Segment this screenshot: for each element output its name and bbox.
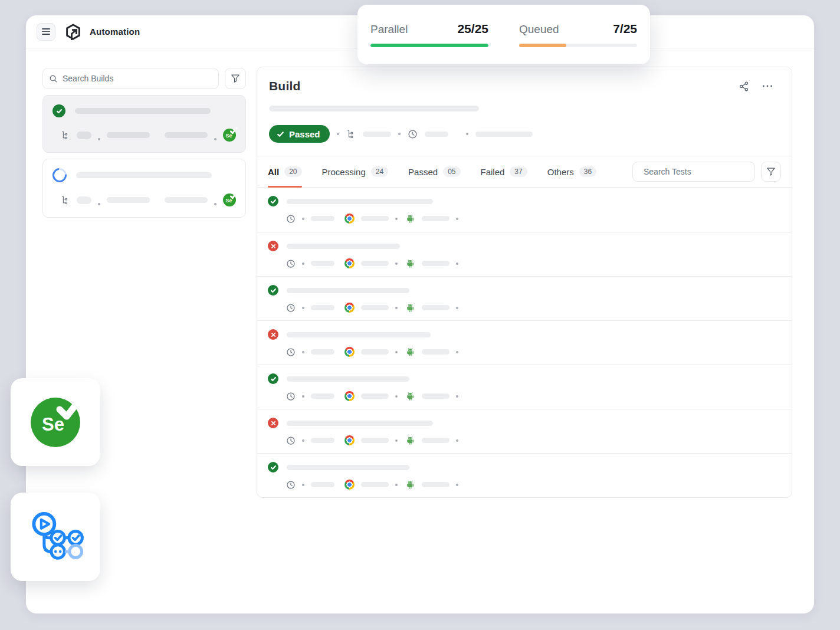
meta-skeleton bbox=[422, 482, 449, 487]
failed-x-icon bbox=[268, 418, 278, 428]
parallel-progress-fill bbox=[370, 44, 488, 47]
more-options-button[interactable] bbox=[762, 84, 773, 88]
separator-dot bbox=[395, 218, 398, 220]
test-row[interactable] bbox=[257, 365, 792, 409]
test-row[interactable] bbox=[257, 409, 792, 453]
selenium-badge: Se bbox=[223, 129, 236, 142]
meta-skeleton bbox=[77, 132, 91, 139]
meta-skeleton bbox=[361, 349, 389, 355]
tab-count-badge: 37 bbox=[510, 166, 527, 177]
test-title-skeleton bbox=[287, 244, 400, 249]
queued-label: Queued bbox=[519, 23, 559, 36]
tab-others[interactable]: Others 36 bbox=[547, 156, 596, 187]
test-row[interactable] bbox=[257, 320, 792, 365]
tab-all[interactable]: All 20 bbox=[268, 156, 302, 187]
meta-skeleton bbox=[311, 305, 334, 310]
check-icon bbox=[277, 130, 284, 138]
pipeline-workflow-icon bbox=[24, 507, 87, 566]
branch-icon bbox=[61, 195, 70, 205]
separator-dot bbox=[398, 133, 401, 135]
separator-dot bbox=[395, 484, 398, 486]
selenium-logo: Se bbox=[31, 398, 80, 447]
failed-x-icon bbox=[268, 241, 278, 251]
share-button[interactable] bbox=[739, 81, 749, 91]
meta-skeleton bbox=[311, 438, 334, 443]
automation-logo-icon bbox=[64, 23, 82, 41]
android-icon bbox=[405, 435, 415, 445]
separator-dot bbox=[302, 439, 304, 442]
clock-icon bbox=[286, 214, 296, 224]
meta-skeleton bbox=[422, 349, 449, 355]
test-row[interactable] bbox=[257, 232, 792, 276]
clock-icon bbox=[408, 129, 418, 139]
hamburger-menu-button[interactable] bbox=[37, 23, 55, 41]
meta-skeleton bbox=[422, 305, 449, 310]
android-icon bbox=[405, 214, 415, 224]
meta-skeleton bbox=[311, 482, 334, 487]
tab-processing[interactable]: Processing 24 bbox=[322, 156, 389, 187]
separator-dot bbox=[395, 262, 398, 265]
meta-skeleton bbox=[422, 438, 449, 443]
meta-skeleton bbox=[475, 132, 533, 137]
clock-icon bbox=[286, 480, 296, 490]
queued-value: 7/25 bbox=[613, 22, 637, 36]
check-icon bbox=[229, 192, 238, 200]
test-row[interactable] bbox=[257, 276, 792, 320]
separator-dot bbox=[302, 218, 304, 220]
separator-dot bbox=[302, 351, 304, 353]
failed-x-icon bbox=[268, 329, 278, 340]
meta-skeleton bbox=[311, 261, 334, 266]
separator-dot bbox=[98, 138, 100, 140]
chrome-icon bbox=[344, 303, 355, 313]
passed-check-icon bbox=[268, 373, 278, 384]
clock-icon bbox=[286, 392, 296, 401]
separator-dot bbox=[456, 351, 458, 353]
share-icon bbox=[739, 81, 749, 91]
build-title-skeleton bbox=[75, 108, 211, 114]
filter-builds-button[interactable] bbox=[225, 68, 246, 89]
test-title-skeleton bbox=[287, 421, 433, 426]
chrome-icon bbox=[344, 214, 355, 224]
test-title-skeleton bbox=[287, 332, 431, 337]
meta-skeleton bbox=[165, 132, 208, 138]
search-tests-input[interactable] bbox=[644, 167, 750, 176]
tab-passed[interactable]: Passed 05 bbox=[408, 156, 460, 187]
tab-failed[interactable]: Failed 37 bbox=[481, 156, 527, 187]
parallel-value: 25/25 bbox=[457, 22, 488, 36]
separator-dot bbox=[456, 484, 458, 486]
meta-skeleton bbox=[361, 438, 389, 443]
separator-dot bbox=[395, 395, 398, 398]
branch-icon bbox=[61, 130, 70, 140]
meta-skeleton bbox=[422, 393, 449, 399]
builds-sidebar: Se Se bbox=[42, 68, 246, 218]
meta-skeleton bbox=[361, 261, 389, 266]
tests-tabs: All 20 Processing 24 Passed 05 Failed 37… bbox=[268, 156, 596, 187]
filter-icon bbox=[766, 167, 776, 176]
build-card[interactable]: Se bbox=[42, 159, 246, 218]
search-builds-input[interactable] bbox=[63, 74, 212, 83]
passed-check-icon bbox=[268, 285, 278, 296]
chrome-icon bbox=[344, 347, 355, 357]
separator-dot bbox=[337, 133, 339, 135]
passed-check-icon bbox=[52, 104, 65, 117]
selenium-badge: Se bbox=[223, 193, 236, 206]
clock-icon bbox=[286, 436, 296, 445]
clock-icon bbox=[286, 303, 296, 313]
separator-dot bbox=[456, 439, 458, 442]
android-icon bbox=[405, 258, 415, 268]
test-title-skeleton bbox=[287, 465, 409, 470]
build-card[interactable]: Se bbox=[42, 95, 246, 153]
pipeline-card bbox=[11, 493, 100, 581]
test-row[interactable] bbox=[257, 188, 792, 232]
test-row[interactable] bbox=[257, 453, 792, 497]
separator-dot bbox=[395, 439, 398, 442]
search-tests-field bbox=[632, 162, 755, 182]
filter-tests-button[interactable] bbox=[761, 162, 781, 182]
separator-dot bbox=[395, 307, 398, 309]
separator-dot bbox=[302, 262, 304, 265]
meta-skeleton bbox=[165, 197, 208, 203]
chrome-icon bbox=[344, 435, 355, 445]
filter-icon bbox=[231, 74, 240, 83]
build-panel: Build Passed bbox=[257, 67, 792, 498]
meta-skeleton bbox=[422, 261, 449, 266]
